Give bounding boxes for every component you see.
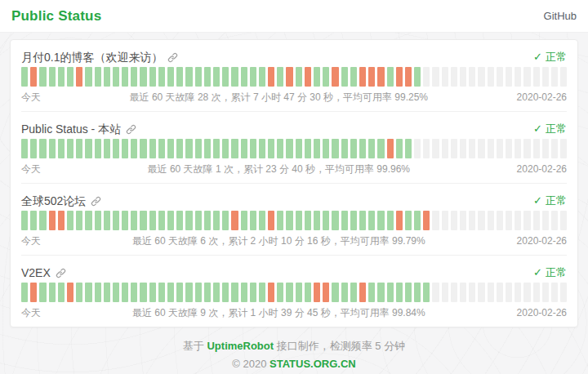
uptime-day-up [241, 283, 247, 302]
uptime-day-down [268, 283, 274, 302]
uptime-day-empty [523, 283, 530, 302]
uptime-day-up [323, 139, 329, 158]
uptime-day-empty [551, 139, 558, 158]
summary-text: 最近 60 天故障 28 次，累计 7 小时 47 分 30 秒，平均可用率 9… [41, 91, 517, 103]
date-label: 2020-02-26 [517, 163, 567, 175]
uptime-day-up [286, 139, 292, 158]
status-org-link[interactable]: STATUS.ORG.CN [270, 358, 356, 370]
today-label: 今天 [21, 307, 41, 318]
monitor-header: Public Status - 本站 ✓ 正常 [21, 122, 567, 136]
uptime-day-up [277, 139, 283, 158]
uptime-day-up [332, 139, 338, 158]
uptime-day-up [405, 283, 412, 302]
uptime-day-empty [460, 67, 466, 87]
uptime-day-empty [460, 139, 466, 158]
uptime-day-up [140, 211, 146, 230]
uptimerobot-link[interactable]: UptimeRobot [207, 340, 274, 352]
uptime-day-empty [497, 67, 503, 87]
made-suffix: 接口制作，检测频率 5 分钟 [274, 340, 405, 352]
uptime-day-up [158, 211, 165, 230]
uptime-day-empty [488, 67, 494, 87]
monitor-section-502-forum: 全球502论坛 ✓ 正常 今天 最近 60 天故障 6 次，累计 2 小时 10… [21, 184, 567, 256]
uptime-day-up [167, 211, 174, 230]
monitor-name: 月付0.1的博客（欢迎来访） [21, 50, 163, 65]
uptime-day-empty [514, 67, 521, 87]
uptime-day-up [21, 67, 28, 87]
uptime-day-up [104, 139, 110, 158]
uptime-bars [21, 211, 567, 230]
uptime-day-empty [488, 139, 494, 158]
uptime-day-up [140, 139, 146, 158]
monitor-title-wrap: Public Status - 本站 [21, 122, 136, 136]
uptime-day-empty [533, 283, 540, 302]
uptime-day-empty [551, 67, 558, 87]
uptime-day-up [387, 67, 394, 87]
uptime-day-empty [432, 283, 439, 302]
check-icon: ✓ [533, 122, 542, 136]
uptime-day-empty [478, 67, 484, 87]
uptime-day-up [167, 139, 174, 158]
uptime-day-down [286, 67, 292, 87]
uptime-day-up [231, 283, 238, 302]
uptime-day-up [122, 211, 128, 230]
uptime-day-empty [542, 211, 549, 230]
uptime-day-up [85, 67, 91, 87]
uptime-day-up [341, 211, 348, 230]
status-label: 正常 [546, 50, 567, 65]
uptime-day-down [67, 283, 74, 302]
summary-text: 最近 60 天故障 1 次，累计 23 分 40 秒，平均可用率 99.96% [41, 163, 517, 175]
uptime-day-empty [542, 139, 549, 158]
uptime-day-empty [506, 283, 512, 302]
uptime-day-down [368, 67, 375, 87]
link-icon[interactable] [167, 52, 178, 63]
uptime-day-up [277, 211, 283, 230]
uptime-day-up [250, 139, 256, 158]
uptime-day-up [67, 139, 74, 158]
uptime-day-down [323, 283, 329, 302]
monitor-footer: 今天 最近 60 天故障 6 次，累计 2 小时 10 分 16 秒，平均可用率… [21, 235, 567, 247]
uptime-day-up [176, 139, 183, 158]
uptime-day-up [122, 139, 128, 158]
uptime-day-down [76, 67, 82, 87]
uptime-day-up [67, 67, 74, 87]
uptime-day-up [213, 283, 220, 302]
link-icon[interactable] [91, 196, 101, 207]
uptime-day-up [396, 139, 403, 158]
summary-text: 最近 60 天故障 9 次，累计 1 小时 39 分 45 秒，平均可用率 99… [41, 307, 517, 318]
uptime-day-up [149, 283, 156, 302]
summary-text: 最近 60 天故障 6 次，累计 2 小时 10 分 16 秒，平均可用率 99… [41, 235, 517, 247]
uptime-day-up [305, 211, 311, 230]
uptime-day-up [222, 211, 229, 230]
uptime-day-empty [451, 283, 457, 302]
uptime-day-up [30, 139, 37, 158]
uptime-day-up [149, 211, 156, 230]
github-link[interactable]: GitHub [544, 10, 577, 22]
uptime-day-up [185, 139, 192, 158]
uptime-day-up [213, 211, 220, 230]
status-badge: ✓ 正常 [533, 265, 567, 280]
uptime-day-up [85, 283, 91, 302]
uptime-day-up [387, 283, 394, 302]
monitor-name: Public Status - 本站 [21, 122, 121, 136]
uptime-day-up [49, 139, 56, 158]
uptime-day-up [305, 139, 311, 158]
uptime-day-up [95, 211, 101, 230]
link-icon[interactable] [56, 268, 66, 278]
uptime-day-empty [432, 211, 439, 230]
uptime-day-up [213, 139, 220, 158]
date-label: 2020-02-26 [517, 307, 567, 318]
uptime-day-empty [533, 211, 540, 230]
uptime-day-up [341, 139, 348, 158]
uptime-day-up [122, 283, 128, 302]
uptime-day-up [296, 139, 302, 158]
uptime-day-empty [478, 139, 484, 158]
uptime-day-up [241, 139, 247, 158]
uptime-day-empty [506, 211, 512, 230]
uptime-day-up [414, 211, 421, 230]
uptime-day-up [204, 211, 211, 230]
status-card: 月付0.1的博客（欢迎来访） ✓ 正常 今天 最近 60 天故障 28 次，累计… [10, 39, 578, 327]
uptime-day-up [377, 139, 384, 158]
uptime-day-up [49, 67, 56, 87]
uptime-day-empty [542, 283, 549, 302]
link-icon[interactable] [126, 124, 136, 135]
